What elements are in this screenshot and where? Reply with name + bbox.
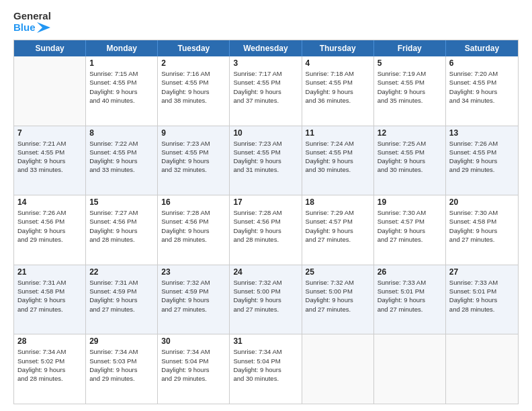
day-number: 1	[89, 58, 154, 68]
day-info: Sunrise: 7:31 AM Sunset: 4:59 PM Dayligh…	[89, 278, 154, 314]
calendar-week-3: 14Sunrise: 7:26 AM Sunset: 4:56 PM Dayli…	[14, 195, 518, 265]
day-info: Sunrise: 7:17 AM Sunset: 4:55 PM Dayligh…	[233, 69, 298, 105]
day-info: Sunrise: 7:32 AM Sunset: 5:00 PM Dayligh…	[233, 278, 298, 314]
calendar-week-5: 28Sunrise: 7:34 AM Sunset: 5:02 PM Dayli…	[14, 334, 518, 404]
day-number: 16	[161, 197, 226, 207]
day-number: 7	[17, 128, 82, 138]
logo-chevron-icon	[37, 22, 50, 33]
cal-cell	[374, 334, 446, 404]
cal-cell: 25Sunrise: 7:32 AM Sunset: 5:00 PM Dayli…	[302, 265, 374, 334]
cal-cell: 10Sunrise: 7:23 AM Sunset: 4:55 PM Dayli…	[230, 126, 302, 195]
day-info: Sunrise: 7:22 AM Sunset: 4:55 PM Dayligh…	[89, 139, 154, 175]
calendar-week-4: 21Sunrise: 7:31 AM Sunset: 4:58 PM Dayli…	[14, 265, 518, 334]
cal-cell: 9Sunrise: 7:23 AM Sunset: 4:55 PM Daylig…	[158, 126, 230, 195]
cal-cell: 24Sunrise: 7:32 AM Sunset: 5:00 PM Dayli…	[230, 265, 302, 334]
cal-cell: 20Sunrise: 7:30 AM Sunset: 4:58 PM Dayli…	[446, 195, 518, 265]
cal-cell: 5Sunrise: 7:19 AM Sunset: 4:55 PM Daylig…	[374, 56, 446, 126]
day-number: 4	[306, 58, 370, 68]
page: General Blue SundayMondayTuesdayWednesda…	[0, 0, 532, 411]
cal-cell: 2Sunrise: 7:16 AM Sunset: 4:55 PM Daylig…	[158, 56, 230, 126]
day-number: 19	[378, 197, 442, 207]
svg-marker-0	[37, 22, 50, 33]
day-number: 20	[449, 197, 515, 207]
day-number: 21	[17, 267, 82, 277]
day-info: Sunrise: 7:34 AM Sunset: 5:03 PM Dayligh…	[89, 347, 154, 383]
header-cell-wednesday: Wednesday	[230, 40, 302, 56]
logo-blue: Blue	[13, 22, 51, 34]
cal-cell: 11Sunrise: 7:24 AM Sunset: 4:55 PM Dayli…	[302, 126, 374, 195]
logo-general: General	[13, 11, 51, 22]
day-info: Sunrise: 7:26 AM Sunset: 4:55 PM Dayligh…	[449, 139, 515, 175]
day-number: 10	[233, 128, 298, 138]
cal-cell: 29Sunrise: 7:34 AM Sunset: 5:03 PM Dayli…	[86, 334, 158, 404]
day-number: 8	[89, 128, 154, 138]
header-cell-monday: Monday	[86, 40, 158, 56]
day-number: 9	[161, 128, 226, 138]
header-cell-saturday: Saturday	[446, 40, 518, 56]
day-info: Sunrise: 7:27 AM Sunset: 4:56 PM Dayligh…	[89, 208, 154, 244]
day-info: Sunrise: 7:24 AM Sunset: 4:55 PM Dayligh…	[306, 139, 370, 175]
day-number: 13	[449, 128, 515, 138]
day-info: Sunrise: 7:28 AM Sunset: 4:56 PM Dayligh…	[233, 208, 298, 244]
cal-cell: 22Sunrise: 7:31 AM Sunset: 4:59 PM Dayli…	[86, 265, 158, 334]
day-number: 14	[17, 197, 82, 207]
day-number: 15	[89, 197, 154, 207]
day-number: 3	[233, 58, 298, 68]
day-info: Sunrise: 7:23 AM Sunset: 4:55 PM Dayligh…	[233, 139, 298, 175]
cal-cell: 4Sunrise: 7:18 AM Sunset: 4:55 PM Daylig…	[302, 56, 374, 126]
day-info: Sunrise: 7:30 AM Sunset: 4:57 PM Dayligh…	[378, 208, 442, 244]
day-number: 26	[378, 267, 442, 277]
day-info: Sunrise: 7:19 AM Sunset: 4:55 PM Dayligh…	[378, 69, 442, 105]
day-info: Sunrise: 7:34 AM Sunset: 5:04 PM Dayligh…	[161, 347, 226, 383]
calendar-body: 1Sunrise: 7:15 AM Sunset: 4:55 PM Daylig…	[14, 56, 518, 404]
calendar-week-1: 1Sunrise: 7:15 AM Sunset: 4:55 PM Daylig…	[14, 56, 518, 126]
day-info: Sunrise: 7:16 AM Sunset: 4:55 PM Dayligh…	[161, 69, 226, 105]
day-info: Sunrise: 7:30 AM Sunset: 4:58 PM Dayligh…	[449, 208, 515, 244]
day-info: Sunrise: 7:15 AM Sunset: 4:55 PM Dayligh…	[89, 69, 154, 105]
header: General Blue	[13, 11, 519, 33]
cal-cell: 30Sunrise: 7:34 AM Sunset: 5:04 PM Dayli…	[158, 334, 230, 404]
cal-cell: 13Sunrise: 7:26 AM Sunset: 4:55 PM Dayli…	[446, 126, 518, 195]
day-info: Sunrise: 7:34 AM Sunset: 5:04 PM Dayligh…	[233, 347, 298, 383]
cal-cell: 31Sunrise: 7:34 AM Sunset: 5:04 PM Dayli…	[230, 334, 302, 404]
day-info: Sunrise: 7:23 AM Sunset: 4:55 PM Dayligh…	[161, 139, 226, 175]
cal-cell: 3Sunrise: 7:17 AM Sunset: 4:55 PM Daylig…	[230, 56, 302, 126]
day-number: 17	[233, 197, 298, 207]
day-info: Sunrise: 7:28 AM Sunset: 4:56 PM Dayligh…	[161, 208, 226, 244]
cal-cell: 26Sunrise: 7:33 AM Sunset: 5:01 PM Dayli…	[374, 265, 446, 334]
header-cell-thursday: Thursday	[302, 40, 374, 56]
cal-cell: 28Sunrise: 7:34 AM Sunset: 5:02 PM Dayli…	[14, 334, 86, 404]
day-info: Sunrise: 7:21 AM Sunset: 4:55 PM Dayligh…	[17, 139, 82, 175]
day-number: 30	[161, 336, 226, 346]
day-number: 11	[306, 128, 370, 138]
day-info: Sunrise: 7:18 AM Sunset: 4:55 PM Dayligh…	[306, 69, 370, 105]
day-info: Sunrise: 7:20 AM Sunset: 4:55 PM Dayligh…	[449, 69, 515, 105]
day-number: 5	[378, 58, 442, 68]
cal-cell	[302, 334, 374, 404]
day-number: 18	[306, 197, 370, 207]
day-number: 2	[161, 58, 226, 68]
cal-cell: 27Sunrise: 7:33 AM Sunset: 5:01 PM Dayli…	[446, 265, 518, 334]
cal-cell: 23Sunrise: 7:32 AM Sunset: 4:59 PM Dayli…	[158, 265, 230, 334]
calendar-week-2: 7Sunrise: 7:21 AM Sunset: 4:55 PM Daylig…	[14, 126, 518, 195]
day-info: Sunrise: 7:32 AM Sunset: 5:00 PM Dayligh…	[306, 278, 370, 314]
calendar-header-row: SundayMondayTuesdayWednesdayThursdayFrid…	[14, 40, 518, 56]
cal-cell: 18Sunrise: 7:29 AM Sunset: 4:57 PM Dayli…	[302, 195, 374, 265]
day-info: Sunrise: 7:33 AM Sunset: 5:01 PM Dayligh…	[449, 278, 515, 314]
day-number: 6	[449, 58, 515, 68]
logo: General Blue	[13, 11, 51, 33]
day-number: 12	[378, 128, 442, 138]
day-info: Sunrise: 7:33 AM Sunset: 5:01 PM Dayligh…	[378, 278, 442, 314]
day-number: 23	[161, 267, 226, 277]
cal-cell: 21Sunrise: 7:31 AM Sunset: 4:58 PM Dayli…	[14, 265, 86, 334]
cal-cell	[14, 56, 86, 126]
cal-cell	[446, 334, 518, 404]
day-info: Sunrise: 7:34 AM Sunset: 5:02 PM Dayligh…	[17, 347, 82, 383]
cal-cell: 8Sunrise: 7:22 AM Sunset: 4:55 PM Daylig…	[86, 126, 158, 195]
day-number: 22	[89, 267, 154, 277]
day-info: Sunrise: 7:32 AM Sunset: 4:59 PM Dayligh…	[161, 278, 226, 314]
cal-cell: 17Sunrise: 7:28 AM Sunset: 4:56 PM Dayli…	[230, 195, 302, 265]
day-number: 29	[89, 336, 154, 346]
calendar: SundayMondayTuesdayWednesdayThursdayFrid…	[13, 40, 519, 404]
cal-cell: 7Sunrise: 7:21 AM Sunset: 4:55 PM Daylig…	[14, 126, 86, 195]
